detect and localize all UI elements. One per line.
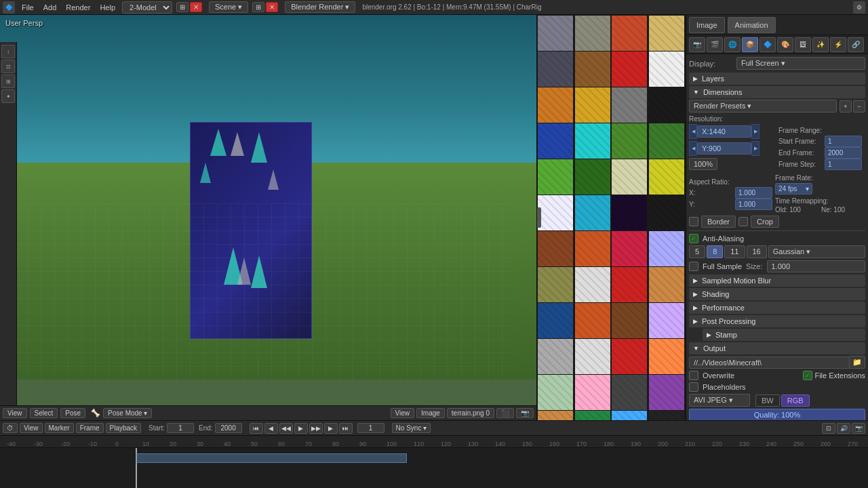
texture-cell-quartz[interactable] — [575, 339, 610, 374]
image-btn[interactable]: Image — [416, 408, 445, 418]
texture-cell-black_tile[interactable] — [649, 411, 684, 420]
texture-cell-water[interactable] — [538, 123, 573, 159]
start-frame-field[interactable]: 1 — [825, 136, 862, 147]
texture-cell-dark_stone[interactable] — [538, 52, 573, 87]
render-icon-btn[interactable]: 📷 — [516, 408, 534, 418]
border-checkbox[interactable] — [689, 217, 698, 226]
jump-end-btn[interactable]: ⏭ — [339, 423, 353, 434]
res-y-inc[interactable]: ▶ — [751, 141, 760, 156]
tool-btn-1[interactable]: ↕ — [1, 45, 15, 58]
menu-file[interactable]: File — [19, 2, 37, 13]
mode-selector[interactable]: 2-Model — [122, 1, 172, 14]
texture-cell-tnt[interactable] — [612, 52, 647, 87]
overwrite-checkbox[interactable] — [689, 371, 698, 380]
placeholders-checkbox[interactable] — [689, 382, 698, 392]
tl-frame-menu[interactable]: Frame — [76, 423, 104, 433]
play-btn[interactable]: ▶ — [294, 423, 308, 434]
full-sample-checkbox[interactable] — [689, 262, 698, 271]
texture-cell-brick[interactable] — [612, 16, 647, 51]
tool-btn-4[interactable]: ✦ — [1, 89, 15, 103]
display-value[interactable]: Full Screen ▾ — [736, 57, 865, 70]
texture-cell-emerald[interactable] — [575, 411, 610, 420]
texture-cell-light_sand[interactable] — [612, 159, 647, 195]
texture-cell-iron[interactable] — [612, 87, 647, 123]
texture-cell-sand[interactable] — [649, 16, 684, 51]
texture-cell-nether[interactable] — [575, 303, 610, 338]
texture-cell-dark_water[interactable] — [538, 303, 573, 338]
texture-cell-pink[interactable] — [575, 375, 610, 410]
aspect-y-field[interactable]: 1.000 — [735, 199, 772, 210]
quality-bar[interactable]: Quality: 100% — [689, 409, 865, 420]
scene-selector[interactable]: Scene ▾ — [209, 1, 248, 13]
framerate-field[interactable]: 24 fps▾ — [775, 183, 812, 195]
prop-icon-material[interactable]: 🎨 — [777, 37, 793, 52]
aa-type-dropdown[interactable]: Gaussian ▾ — [768, 245, 865, 258]
next-frame-btn[interactable]: ▶ — [324, 423, 338, 434]
layers-section-header[interactable]: ▶ Layers — [689, 73, 865, 85]
prop-icon-camera[interactable]: 📷 — [689, 37, 705, 52]
tl-icon-2[interactable]: 🔊 — [837, 423, 850, 434]
prop-icon-render[interactable]: 🎬 — [707, 37, 723, 52]
res-y-dec[interactable]: ◀ — [689, 141, 697, 156]
texture-cell-yellow[interactable] — [649, 159, 684, 195]
texture-cell-obsidian2[interactable] — [612, 195, 647, 230]
stamp-header[interactable]: ▶ Stamp — [703, 329, 865, 341]
texture-cell-grass[interactable] — [612, 123, 647, 159]
play-all-btn[interactable]: ▶▶ — [309, 423, 323, 434]
tl-current-frame[interactable] — [357, 423, 384, 433]
res-x-field[interactable]: X: 1440 — [697, 125, 751, 138]
res-pct-field[interactable]: 100% — [689, 158, 717, 170]
scroll-indicator[interactable] — [537, 207, 541, 228]
texture-cell-gray[interactable] — [538, 339, 573, 374]
texture-cell-white_tile[interactable] — [538, 195, 573, 230]
texture-cell-light_blue[interactable] — [612, 411, 647, 420]
crop-btn[interactable]: Crop — [751, 216, 779, 228]
texture-cell-rose[interactable] — [612, 339, 647, 374]
texture-cell-forest[interactable] — [575, 159, 610, 195]
pose-menu[interactable]: Pose — [60, 408, 85, 418]
format-selector[interactable]: AVI JPEG ▾ — [689, 394, 750, 407]
scene-close-btn[interactable]: ✕ — [266, 2, 278, 12]
performance-header[interactable]: ▶ Performance — [689, 302, 865, 314]
tool-btn-3[interactable]: ⊞ — [1, 75, 15, 88]
post-processing-header[interactable]: ▶ Post Processing — [689, 315, 865, 327]
viewport-3d[interactable]: ↕ ⊡ ⊞ ✦ User Persp View Select Pose 🦴 Po… — [0, 15, 537, 420]
prop-icon-constraints[interactable]: 🔗 — [848, 37, 864, 52]
prop-icon-scene[interactable]: 🌐 — [724, 37, 741, 52]
color-mode-btn[interactable]: ⬛ — [496, 408, 514, 418]
crop-checkbox[interactable] — [738, 217, 748, 226]
close-viewport-btn[interactable]: ✕ — [190, 2, 202, 12]
res-x-inc[interactable]: ▶ — [751, 124, 760, 139]
texture-cell-coal[interactable] — [649, 195, 684, 230]
browse-btn[interactable]: 📁 — [850, 356, 865, 369]
tl-icon-3[interactable]: 📷 — [852, 423, 865, 434]
rp-add-btn[interactable]: + — [840, 100, 852, 113]
expand-btn[interactable]: ⊞ — [176, 2, 189, 12]
tool-btn-2[interactable]: ⊡ — [1, 60, 15, 73]
settings-icon[interactable]: ⚙ — [853, 1, 865, 14]
texture-cell-wood2[interactable] — [612, 303, 647, 338]
frame-step-field[interactable]: 1 — [825, 159, 862, 170]
menu-add[interactable]: Add — [41, 2, 60, 13]
shading-header[interactable]: ▶ Shading — [689, 288, 865, 300]
prop-icon-physics[interactable]: ⚡ — [830, 37, 846, 52]
tl-view-menu[interactable]: View — [20, 423, 43, 433]
texture-cell-gravel[interactable] — [575, 16, 610, 51]
prop-icon-particles[interactable]: ✨ — [812, 37, 829, 52]
engine-selector[interactable]: Blender Render ▾ — [285, 1, 355, 13]
texture-cell-obsidian[interactable] — [649, 87, 684, 123]
prop-icon-object[interactable]: 📦 — [742, 37, 758, 52]
texture-cell-amethyst[interactable] — [649, 375, 684, 410]
texture-cell-clay[interactable] — [538, 411, 573, 420]
dimensions-section-header[interactable]: ▼ Dimensions — [689, 86, 865, 98]
texture-cell-snow[interactable] — [649, 52, 684, 87]
bw-btn[interactable]: BW — [755, 394, 780, 407]
render-presets-selector[interactable]: Render Presets ▾ — [689, 100, 837, 113]
texture-cell-pumpkin[interactable] — [649, 339, 684, 374]
texture-cell-dirt[interactable] — [575, 52, 610, 87]
view-btn-2[interactable]: View — [391, 408, 415, 418]
texture-cell-cyan_tile[interactable] — [575, 123, 610, 159]
tl-playback-menu[interactable]: Playback — [106, 423, 142, 433]
texture-cell-orange_tile[interactable] — [538, 87, 573, 123]
texture-cell-dark_gray[interactable] — [612, 375, 647, 410]
